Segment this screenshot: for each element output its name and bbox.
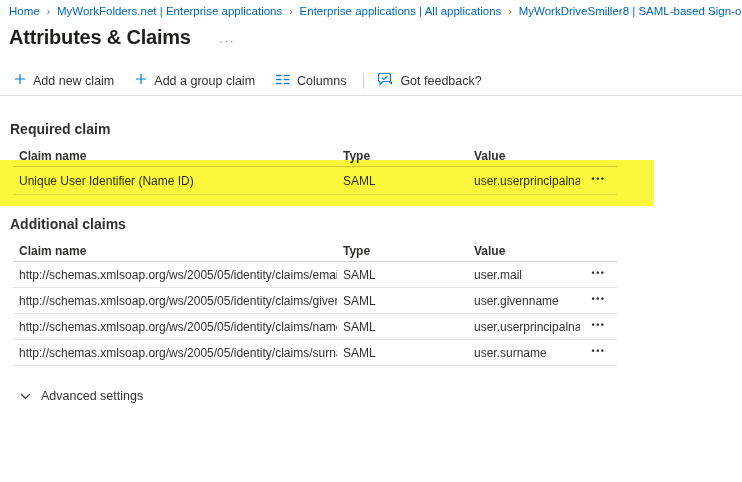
plus-icon <box>135 73 147 88</box>
claim-name-cell: http://schemas.xmlsoap.org/ws/2005/05/id… <box>13 268 337 282</box>
column-header-type: Type <box>337 149 468 163</box>
chevron-right-icon: › <box>501 6 518 17</box>
claim-type-cell: SAML <box>337 320 468 334</box>
breadcrumb: Home › MyWorkFolders.net | Enterprise ap… <box>0 0 742 17</box>
column-header-claim-name: Claim name <box>13 244 337 258</box>
claim-value-cell: user.userprincipalname <box>468 320 580 334</box>
row-context-menu-button[interactable]: ••• <box>580 320 617 334</box>
add-group-claim-button[interactable]: Add a group claim <box>135 73 255 88</box>
breadcrumb-home[interactable]: Home <box>9 5 40 17</box>
breadcrumb-saml-sign-on[interactable]: MyWorkDriveSmiller8 | SAML-based Sign-on <box>519 5 742 17</box>
more-options-icon[interactable]: ··· <box>219 33 235 48</box>
page-title: Attributes & Claims <box>9 26 191 49</box>
table-header-row: Claim name Type Value <box>13 241 617 262</box>
table-row-unique-user-identifier[interactable]: Unique User Identifier (Name ID) SAML us… <box>13 167 617 195</box>
row-context-menu-button[interactable]: ••• <box>580 294 617 308</box>
claim-name-cell: http://schemas.xmlsoap.org/ws/2005/05/id… <box>13 346 337 360</box>
add-group-claim-label: Add a group claim <box>154 74 255 88</box>
claim-name-cell: Unique User Identifier (Name ID) <box>13 174 337 188</box>
claim-value-cell: user.surname <box>468 346 580 360</box>
breadcrumb-enterprise-applications[interactable]: MyWorkFolders.net | Enterprise applicati… <box>57 5 282 17</box>
table-row-surname[interactable]: http://schemas.xmlsoap.org/ws/2005/05/id… <box>13 340 617 366</box>
row-context-menu-button[interactable]: ••• <box>580 268 617 282</box>
columns-label: Columns <box>297 74 346 88</box>
claim-value-cell: user.mail <box>468 268 580 282</box>
claim-value-cell: user.userprincipalname [... <box>468 174 580 188</box>
column-header-value: Value <box>468 149 580 163</box>
claim-type-cell: SAML <box>337 174 468 188</box>
command-bar: Add new claim Add a group claim Columns <box>0 66 742 96</box>
table-header-row: Claim name Type Value <box>13 146 617 167</box>
plus-icon <box>14 73 26 88</box>
breadcrumb-all-applications[interactable]: Enterprise applications | All applicatio… <box>300 5 502 17</box>
add-new-claim-button[interactable]: Add new claim <box>14 73 114 88</box>
feedback-icon <box>378 72 393 89</box>
column-header-value: Value <box>468 244 580 258</box>
additional-claims-section-title: Additional claims <box>10 216 742 232</box>
got-feedback-button[interactable]: Got feedback? <box>378 72 481 89</box>
claim-name-cell: http://schemas.xmlsoap.org/ws/2005/05/id… <box>13 320 337 334</box>
chevron-right-icon: › <box>40 6 57 17</box>
claim-name-cell: http://schemas.xmlsoap.org/ws/2005/05/id… <box>13 294 337 308</box>
advanced-settings-label: Advanced settings <box>41 389 143 403</box>
claim-type-cell: SAML <box>337 346 468 360</box>
claim-type-cell: SAML <box>337 268 468 282</box>
page-header: Attributes & Claims ··· <box>9 26 742 49</box>
column-header-type: Type <box>337 244 468 258</box>
toolbar-divider <box>363 73 364 89</box>
table-row-emailaddress[interactable]: http://schemas.xmlsoap.org/ws/2005/05/id… <box>13 262 617 288</box>
columns-button[interactable]: Columns <box>276 74 346 88</box>
claim-type-cell: SAML <box>337 294 468 308</box>
chevron-down-icon <box>20 393 31 400</box>
got-feedback-label: Got feedback? <box>400 74 481 88</box>
row-context-menu-button[interactable]: ••• <box>580 174 617 188</box>
table-row-givenname[interactable]: http://schemas.xmlsoap.org/ws/2005/05/id… <box>13 288 617 314</box>
required-claim-table: Claim name Type Value Unique User Identi… <box>13 146 617 195</box>
chevron-right-icon: › <box>282 6 299 17</box>
column-header-claim-name: Claim name <box>13 149 337 163</box>
claim-value-cell: user.givenname <box>468 294 580 308</box>
columns-icon <box>276 74 290 88</box>
advanced-settings-expander[interactable]: Advanced settings <box>20 389 143 403</box>
additional-claims-table: Claim name Type Value http://schemas.xml… <box>13 241 617 366</box>
add-new-claim-label: Add new claim <box>33 74 114 88</box>
table-row-name[interactable]: http://schemas.xmlsoap.org/ws/2005/05/id… <box>13 314 617 340</box>
required-claim-section-title: Required claim <box>10 121 742 137</box>
row-context-menu-button[interactable]: ••• <box>580 346 617 360</box>
